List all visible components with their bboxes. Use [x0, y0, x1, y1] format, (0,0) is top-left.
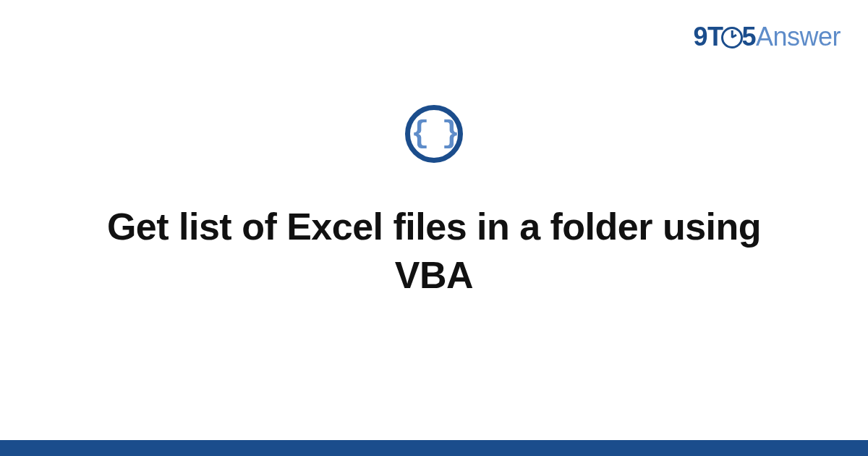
code-braces-icon: { } — [405, 105, 463, 163]
braces-glyph: { } — [411, 119, 457, 149]
brand-logo: 9T5Answer — [693, 22, 841, 52]
clock-icon — [721, 27, 743, 48]
page-title: Get list of Excel files in a folder usin… — [87, 203, 781, 299]
brand-answer: Answer — [756, 22, 841, 51]
brand-t: T — [707, 22, 723, 51]
brand-nine: 9 — [693, 22, 707, 51]
content-wrap: { } Get list of Excel files in a folder … — [0, 105, 868, 299]
brand-five: 5 — [741, 22, 756, 51]
bottom-bar — [0, 440, 868, 456]
